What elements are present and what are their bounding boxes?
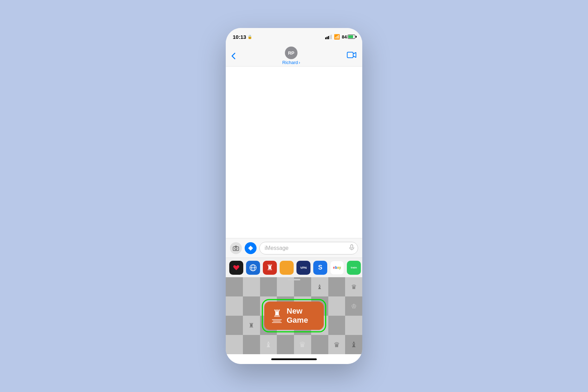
chess-cell xyxy=(226,296,243,316)
message-input[interactable]: iMessage xyxy=(259,242,358,254)
tray-ebay-app[interactable]: ebay xyxy=(330,261,344,275)
chess-cell xyxy=(328,277,345,296)
camera-button[interactable] xyxy=(230,242,242,254)
time-display: 10:13 xyxy=(233,34,246,40)
sim-icon: 🔒 xyxy=(247,35,252,39)
train-label: train xyxy=(351,266,357,269)
battery-indicator: 84 xyxy=(342,34,355,40)
chess-cell: ♝ xyxy=(260,335,277,354)
home-indicator xyxy=(226,354,362,364)
shazam-label: S xyxy=(318,264,322,271)
new-game-highlight: ♜ New Game xyxy=(262,299,326,332)
chess-panel: ♝ ♛ ♜ ♔ ♜ 1 xyxy=(226,277,362,354)
nav-header: RP Richard › xyxy=(226,46,362,66)
chess-rook-icon: ♜ xyxy=(272,309,282,323)
back-button[interactable] xyxy=(231,52,236,59)
phone-frame: 10:13 🔒 📶 84 xyxy=(226,28,362,364)
tray-globe-app[interactable] xyxy=(246,261,260,275)
vpn-label: VPN xyxy=(300,266,307,270)
chess-cell xyxy=(328,296,345,316)
chess-cell xyxy=(226,316,243,335)
status-right: 📶 84 xyxy=(325,34,355,40)
contact-info[interactable]: RP Richard › xyxy=(282,47,300,65)
home-bar[interactable] xyxy=(271,358,317,360)
tray-orange-app[interactable] xyxy=(280,261,294,275)
chess-cell xyxy=(243,335,260,354)
chevron-right-icon: › xyxy=(299,60,300,65)
app-tray: ♜ VPN S ebay train xyxy=(226,258,362,277)
chess-piece: ♛ xyxy=(334,341,340,349)
chess-board: ♝ ♛ ♜ ♔ ♜ 1 xyxy=(226,277,362,354)
chess-cell xyxy=(243,277,260,296)
tray-chess-app[interactable]: ♜ xyxy=(263,261,277,275)
drag-handle[interactable] xyxy=(288,279,300,280)
chess-cell xyxy=(243,296,260,316)
contact-name: Richard xyxy=(282,60,298,65)
chess-cell xyxy=(260,277,277,296)
chess-cell: ♔ xyxy=(345,296,362,316)
chess-cell xyxy=(226,335,243,354)
microphone-icon xyxy=(349,244,354,252)
chess-piece: ♜ xyxy=(248,322,254,329)
status-time: 10:13 🔒 xyxy=(233,34,252,40)
rook-icon: ♜ xyxy=(266,263,273,272)
battery-percent: 84 xyxy=(342,34,347,40)
svg-rect-1 xyxy=(233,247,239,251)
chess-cell: ♛ xyxy=(294,335,311,354)
avatar: RP xyxy=(285,47,298,59)
avatar-initials: RP xyxy=(288,50,294,56)
message-placeholder: iMessage xyxy=(265,245,345,251)
new-game-overlay: ♜ New Game xyxy=(262,299,326,332)
chess-cell: ♛ xyxy=(345,277,362,296)
ebay-label: ebay xyxy=(333,266,341,270)
chess-piece: ♝ xyxy=(265,340,272,349)
chess-cell xyxy=(226,277,243,296)
chess-cell xyxy=(345,316,362,335)
message-area xyxy=(226,66,362,238)
chess-cell xyxy=(311,335,328,354)
chess-cell: ♝ xyxy=(345,335,362,354)
tray-shazam-app[interactable]: S xyxy=(313,261,327,275)
chess-cell xyxy=(328,316,345,335)
signal-icon xyxy=(325,34,332,39)
chess-piece: ♝ xyxy=(317,283,322,291)
chess-bottom-row: ♝ ♛ ♛ ♝ xyxy=(226,335,362,354)
tray-heart-app[interactable] xyxy=(229,261,243,275)
video-call-button[interactable] xyxy=(347,51,357,60)
tray-train-app[interactable]: train xyxy=(347,261,361,275)
chess-piece: ♔ xyxy=(351,302,357,310)
input-bar: iMessage xyxy=(226,238,362,258)
chess-piece: ♝ xyxy=(350,340,357,349)
wifi-icon: 📶 xyxy=(334,34,340,40)
tray-vpn-app[interactable]: VPN xyxy=(296,261,310,275)
chess-cell xyxy=(277,335,294,354)
apps-button[interactable] xyxy=(245,242,257,254)
battery-icon xyxy=(348,35,355,39)
new-game-button[interactable]: ♜ New Game xyxy=(264,302,324,330)
status-bar: 10:13 🔒 📶 84 xyxy=(226,28,362,46)
new-game-label: New Game xyxy=(287,307,308,325)
chess-piece: ♛ xyxy=(351,283,357,291)
chess-cell: ♝ xyxy=(311,277,328,296)
chess-cell: ♛ xyxy=(328,335,345,354)
chess-piece: ♛ xyxy=(299,340,306,349)
chess-cell: ♜ xyxy=(243,316,260,335)
svg-point-2 xyxy=(235,247,237,250)
svg-rect-3 xyxy=(351,245,353,248)
svg-rect-0 xyxy=(347,52,353,58)
